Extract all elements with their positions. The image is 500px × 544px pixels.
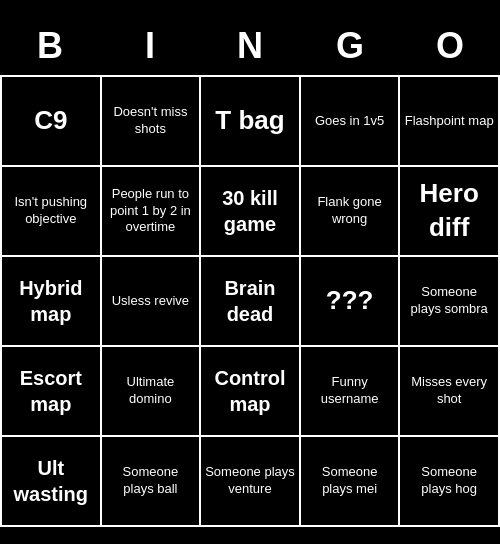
- table-row: Isn't pushing objective: [2, 167, 102, 257]
- table-row: C9: [2, 77, 102, 167]
- table-row: Hero diff: [400, 167, 500, 257]
- title-i: I: [104, 25, 196, 67]
- table-row: Flank gone wrong: [301, 167, 401, 257]
- table-row: Ult wasting: [2, 437, 102, 527]
- table-row: Doesn't miss shots: [102, 77, 202, 167]
- bingo-grid: C9Doesn't miss shotsT bagGoes in 1v5Flas…: [0, 75, 500, 527]
- table-row: Escort map: [2, 347, 102, 437]
- table-row: Misses every shot: [400, 347, 500, 437]
- table-row: Someone plays mei: [301, 437, 401, 527]
- table-row: Ultimate domino: [102, 347, 202, 437]
- table-row: Usless revive: [102, 257, 202, 347]
- table-row: T bag: [201, 77, 301, 167]
- table-row: Someone plays ball: [102, 437, 202, 527]
- table-row: Someone plays sombra: [400, 257, 500, 347]
- table-row: Someone plays venture: [201, 437, 301, 527]
- bingo-card: B I N G O C9Doesn't miss shotsT bagGoes …: [0, 17, 500, 527]
- table-row: Goes in 1v5: [301, 77, 401, 167]
- table-row: People run to point 1 by 2 in overtime: [102, 167, 202, 257]
- table-row: Funny username: [301, 347, 401, 437]
- bingo-title: B I N G O: [0, 17, 500, 75]
- title-n: N: [204, 25, 296, 67]
- table-row: Someone plays hog: [400, 437, 500, 527]
- table-row: Flashpoint map: [400, 77, 500, 167]
- title-o: O: [404, 25, 496, 67]
- table-row: Hybrid map: [2, 257, 102, 347]
- table-row: Control map: [201, 347, 301, 437]
- title-g: G: [304, 25, 396, 67]
- table-row: Brain dead: [201, 257, 301, 347]
- table-row: 30 kill game: [201, 167, 301, 257]
- table-row: ???: [301, 257, 401, 347]
- title-b: B: [4, 25, 96, 67]
